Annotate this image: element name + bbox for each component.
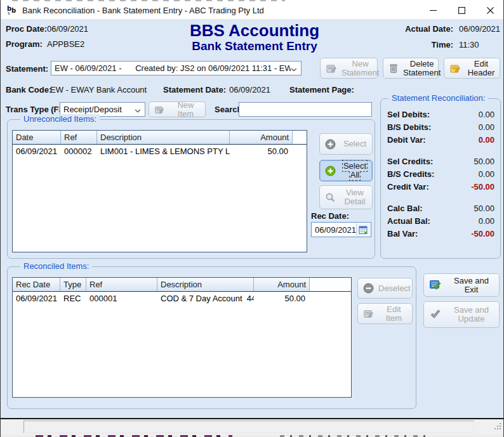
minus-circle-icon: [363, 283, 374, 294]
cell-description: LIM001 - LIMES & LEMONS PTY L...: [97, 145, 230, 157]
select-all-button[interactable]: Select All: [319, 160, 373, 181]
statement-date-label: Statement Date:: [163, 85, 226, 95]
column-header-description[interactable]: Description: [157, 278, 254, 291]
calendar-button[interactable]: [356, 223, 370, 236]
column-header-date[interactable]: Date: [13, 131, 61, 144]
actual-date-value: 06/09/2021: [459, 24, 500, 34]
status-panel: [23, 421, 474, 433]
cell-ref: 000001: [86, 292, 157, 304]
calendar-icon: [359, 225, 368, 235]
cell-date: 06/09/2021: [13, 145, 61, 157]
column-header-ref[interactable]: Ref: [61, 131, 97, 144]
note-pencil-icon: [449, 63, 461, 74]
column-header-amount[interactable]: Amount: [254, 278, 310, 291]
statement-date-value: 06/09/2021: [229, 85, 270, 95]
form-pencil-icon: [326, 63, 337, 74]
column-header-ref[interactable]: Ref: [86, 278, 157, 291]
double-check-icon: [429, 308, 442, 321]
recon-row-credit-var: Credit Var:-50.00: [381, 180, 500, 193]
program-label: Program:: [6, 39, 43, 49]
chevron-down-icon: [291, 63, 297, 74]
column-header-rec-date[interactable]: Rec Date: [13, 278, 60, 291]
unreconciled-table-header[interactable]: Date Ref Description Amount: [13, 131, 307, 145]
edit-item-label: Edit Item: [376, 305, 412, 323]
save-and-update-button[interactable]: Save and Update: [423, 301, 500, 328]
new-item-button[interactable]: New Item: [149, 101, 206, 117]
time-label: Time:: [401, 40, 453, 49]
column-header-amount[interactable]: Amount: [230, 131, 293, 144]
program-value: APPBSE2: [47, 39, 84, 49]
minimize-button[interactable]: [419, 1, 448, 19]
statement-reconciliation-group: Statement Reconciliation: Sel Debits:0.0…: [380, 98, 501, 259]
maximize-button[interactable]: [448, 1, 476, 19]
edit-item-button[interactable]: Edit Item: [357, 303, 413, 324]
reconciled-table-header[interactable]: Rec Date Type Ref Description Amount: [13, 278, 351, 292]
column-header-description[interactable]: Description: [97, 131, 230, 144]
rec-date-field[interactable]: 06/09/2021: [311, 222, 371, 237]
close-button[interactable]: [476, 1, 504, 19]
statement-dropdown-value: EW - 06/09/2021 - Created by: JS2 on 06/…: [51, 63, 291, 73]
form-pencil-icon: [363, 308, 374, 319]
window-title: Bank Reconciliation - Bank Statement Ent…: [22, 6, 264, 15]
column-header-filler: [293, 131, 307, 144]
recon-row-sel-debits: Sel Debits:0.00: [381, 108, 500, 121]
reconciled-group-title: Reconciled Items:: [20, 261, 92, 271]
minimize-icon: [430, 7, 437, 14]
delete-statement-label: Delete Statement: [401, 60, 443, 77]
page-title: Bank Statement Entry: [153, 39, 356, 53]
statement-page-label: Statement Page:: [289, 85, 354, 95]
status-bar: [1, 419, 504, 435]
svg-text:s: s: [8, 11, 10, 16]
chevron-down-icon: [135, 104, 141, 115]
cell-amount: 50.00: [230, 145, 293, 157]
recon-row-calc-bal: Calc Bal:50.00: [381, 202, 500, 214]
window-check-icon: [429, 279, 442, 292]
select-all-label: Select All: [338, 162, 372, 179]
select-button[interactable]: Select: [319, 133, 373, 155]
unreconciled-table[interactable]: Date Ref Description Amount 06/09/2021 0…: [12, 130, 307, 252]
recon-row-bs-debits: B/S Debits:0.00: [381, 121, 500, 133]
recon-row-actual-bal: Actual Bal:0.00: [381, 214, 500, 227]
proc-date-label: Proc Date:: [6, 24, 47, 34]
save-and-exit-label: Save and Exit: [444, 277, 499, 294]
search-input[interactable]: [239, 102, 372, 117]
unreconciled-group-title: Unreconciled Items:: [20, 114, 100, 124]
bank-code-label: Bank Code:: [6, 85, 51, 95]
view-detail-button[interactable]: View Detail: [319, 185, 373, 209]
bank-code-value: EW - EWAY Bank Account: [50, 85, 147, 95]
new-statement-label: New Statement: [339, 60, 381, 77]
table-row[interactable]: 06/09/2021 000002 LIM001 - LIMES & LEMON…: [13, 145, 307, 157]
close-icon: [487, 7, 494, 14]
recon-row-bs-credits: B/S Credits:0.00: [381, 167, 500, 180]
table-row[interactable]: 06/09/2021 REC 000001 COD & 7 Day Accoun…: [13, 292, 351, 304]
statement-dropdown[interactable]: EW - 06/09/2021 - Created by: JS2 on 06/…: [51, 61, 302, 75]
recon-row-bal-var: Bal Var:-50.00: [381, 227, 500, 240]
select-label: Select: [338, 140, 372, 148]
cell-rec-date: 06/09/2021: [13, 292, 60, 304]
app-title: BBS Accounting: [153, 21, 356, 41]
cell-ref: 000002: [61, 145, 97, 157]
bbs-logo-icon: b b s: [6, 4, 18, 16]
recon-row-debit-var: Debit Var:0.00: [381, 133, 500, 146]
form-pencil-icon: [154, 105, 164, 115]
proc-date-value: 06/09/2021: [47, 24, 88, 34]
edit-header-label: Edit Header: [463, 60, 500, 77]
statement-label: Statement:: [6, 64, 48, 74]
column-header-type[interactable]: Type: [60, 278, 86, 291]
column-header-filler: [310, 278, 351, 291]
deselect-button[interactable]: Deselect: [357, 278, 413, 299]
rec-date-value: 06/09/2021: [312, 225, 356, 235]
resize-grip[interactable]: [494, 421, 501, 433]
delete-statement-button[interactable]: Delete Statement: [383, 58, 439, 79]
time-value: 11:30: [459, 40, 479, 49]
edit-header-button[interactable]: Edit Header: [444, 58, 500, 79]
trans-type-value: Receipt/Deposit: [60, 105, 135, 114]
svg-text:b: b: [11, 7, 16, 14]
save-and-exit-button[interactable]: Save and Exit: [423, 273, 500, 297]
title-bar[interactable]: b b s Bank Reconciliation - Bank Stateme…: [1, 1, 504, 19]
new-statement-button[interactable]: New Statement: [320, 58, 378, 79]
reconciled-table[interactable]: Rec Date Type Ref Description Amount 06/…: [12, 277, 352, 398]
statement-reconciliation-title: Statement Reconciliation:: [388, 93, 488, 103]
trash-icon: [388, 63, 399, 74]
cell-description: COD & 7 Day Account 444...: [157, 292, 254, 304]
